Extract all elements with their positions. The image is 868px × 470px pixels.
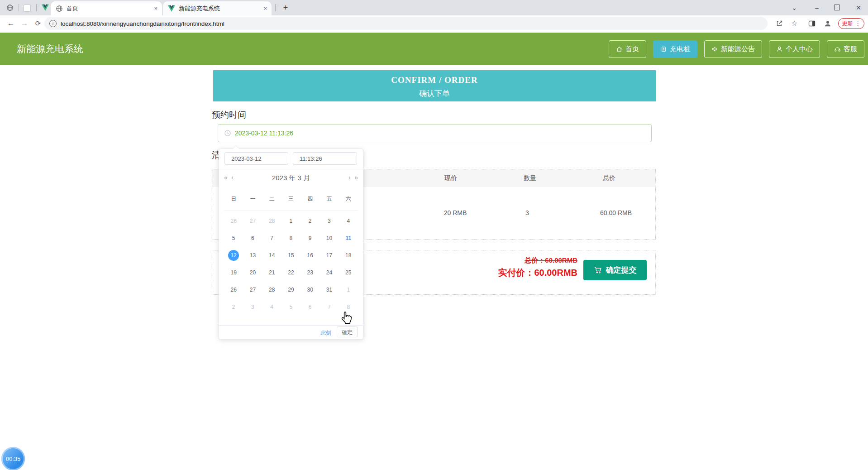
calendar-day[interactable]: 14 [262,247,281,264]
calendar-day[interactable]: 24 [320,264,339,281]
tab-title: 新能源充电系统 [179,5,263,13]
calendar-day[interactable]: 31 [320,281,339,298]
calendar-day[interactable]: 2 [300,212,320,230]
calendar-day[interactable]: 4 [262,298,281,316]
address-bar[interactable]: i localhost:8080/xinnengyuanchongdainxit… [44,17,768,30]
person-icon [776,46,783,53]
nav-label: 新能源公告 [721,45,755,53]
calendar-day[interactable]: 1 [281,212,300,230]
column-header-quantity: 数量 [498,169,562,187]
calendar-day[interactable]: 28 [262,281,281,298]
calendar-day[interactable]: 25 [339,264,358,281]
forward-button[interactable]: → [18,15,31,32]
calendar-day[interactable]: 6 [243,230,262,247]
calendar-day[interactable]: 9 [300,230,320,247]
back-button[interactable]: ← [5,15,17,32]
calendar-day[interactable]: 18 [339,247,358,264]
calendar-day[interactable]: 23 [300,264,320,281]
weekday-label: 六 [339,195,358,203]
submit-order-button[interactable]: 确定提交 [583,260,647,280]
bookmark-star-icon[interactable]: ☆ [791,15,797,32]
calendar-day[interactable]: 7 [320,298,339,316]
calendar-day[interactable]: 15 [281,247,300,264]
calendar-day[interactable]: 4 [339,212,358,230]
profile-avatar-icon[interactable] [824,19,832,28]
calendar-day[interactable]: 8 [281,230,300,247]
submit-label: 确定提交 [606,265,637,275]
share-icon[interactable] [776,20,783,27]
calendar-day[interactable]: 5 [281,298,300,316]
banner-title-zh: 确认下单 [213,88,656,99]
calendar-day[interactable]: 7 [262,230,281,247]
calendar-day[interactable]: 19 [224,264,243,281]
app-brand-title: 新能源充电系统 [17,33,83,65]
browser-update-menu-button[interactable]: 更新 ⋮ [838,18,864,29]
calendar-grid: 2627281234567891011121314151617181920212… [224,212,358,316]
close-icon[interactable]: × [154,5,157,12]
column-header-total: 总价 [577,169,641,187]
calendar-day[interactable]: 13 [243,247,262,264]
tab-charging-system[interactable]: 新能源充电系统 × [163,1,272,15]
picker-confirm-button[interactable]: 确定 [337,326,358,337]
window-restore-button[interactable] [834,5,840,10]
headset-icon [834,46,841,53]
new-tab-button[interactable]: + [280,2,291,14]
calendar-day[interactable]: 6 [300,298,320,316]
calendar-day[interactable]: 16 [300,247,320,264]
calendar-day[interactable]: 11 [339,230,358,247]
calendar-day[interactable]: 21 [262,264,281,281]
total-cell: 60.00 RMB [584,209,648,216]
calendar-day[interactable]: 10 [320,230,339,247]
recording-timer-bubble[interactable]: 00:35 [1,447,25,470]
vue-logo-icon[interactable] [42,4,49,11]
calendar-day[interactable]: 29 [281,281,300,298]
tab-strip: 首页 × 新能源充电系统 × + ⌄ – ✕ [0,0,868,15]
calendar-day[interactable]: 22 [281,264,300,281]
browser-toolbar: ← → ⟳ i localhost:8080/xinnengyuanchongd… [0,15,868,32]
calendar-day[interactable]: 1 [339,281,358,298]
picker-time-input[interactable]: 11:13:26 [293,152,357,165]
calendar-day[interactable]: 12 [224,247,243,264]
calendar-day[interactable]: 27 [243,281,262,298]
nav-announcements-button[interactable]: 新能源公告 [704,40,762,58]
calendar-day[interactable]: 3 [243,298,262,316]
window-close-button[interactable]: ✕ [851,0,866,15]
side-panel-icon[interactable] [808,20,816,27]
nav-home-button[interactable]: 首页 [609,40,646,58]
url-text[interactable]: localhost:8080/xinnengyuanchongdainxiton… [61,20,224,27]
calendar-day[interactable]: 2 [224,298,243,316]
calendar-day[interactable]: 26 [224,281,243,298]
calendar-day[interactable]: 17 [320,247,339,264]
picker-date-input[interactable]: 2023-03-12 [224,152,288,165]
window-minimize-button[interactable]: – [809,0,825,15]
confirm-order-banner: CONFIRM / ORDER 确认下单 [213,70,656,101]
reload-button[interactable]: ⟳ [32,15,44,32]
calendar-day[interactable]: 26 [224,212,243,230]
globe-icon[interactable] [6,4,14,11]
calendar-day[interactable]: 28 [262,212,281,230]
nav-label: 充电桩 [670,45,690,53]
calendar-day[interactable]: 20 [243,264,262,281]
next-year-button[interactable]: » [354,173,358,182]
price-cell: 20 RMB [424,209,487,216]
nav-label: 个人中心 [786,45,813,53]
quantity-cell: 3 [496,209,559,216]
nav-personal-center-button[interactable]: 个人中心 [769,40,820,58]
reservation-time-label: 预约时间 [212,109,246,121]
picker-now-link[interactable]: 此刻 [320,329,331,337]
window-chevron-button[interactable]: ⌄ [787,0,802,15]
close-icon[interactable]: × [263,5,267,12]
cart-icon [594,266,602,274]
calendar-day[interactable]: 3 [320,212,339,230]
calendar-day[interactable]: 5 [224,230,243,247]
nav-customer-service-button[interactable]: 客服 [827,40,864,58]
tab-separator [275,4,276,11]
tab-home[interactable]: 首页 × [51,1,162,15]
datetime-input[interactable]: 2023-03-12 11:13:26 [218,124,652,142]
next-month-button[interactable]: › [348,173,351,182]
site-info-icon[interactable]: i [49,20,57,27]
calendar-day[interactable]: 30 [300,281,320,298]
blank-page-icon[interactable] [24,5,31,12]
calendar-day[interactable]: 27 [243,212,262,230]
nav-charging-pile-button[interactable]: 充电桩 [653,40,697,58]
